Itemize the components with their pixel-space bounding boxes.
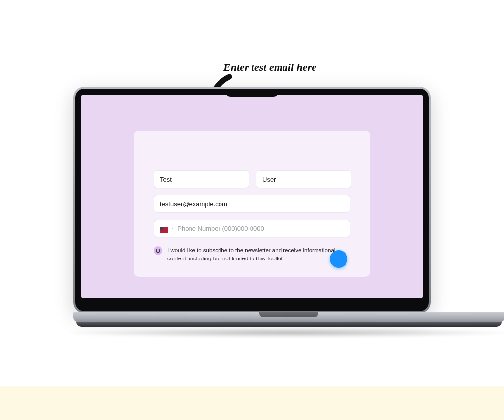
phone-number-field[interactable] — [177, 225, 344, 232]
svg-rect-4 — [160, 231, 168, 231]
first-name-field[interactable] — [154, 170, 249, 188]
signup-form-card: · I would like to subscribe to the newsl… — [134, 131, 370, 276]
svg-rect-6 — [160, 227, 163, 230]
laptop-mockup: · I would like to subscribe to the newsl… — [73, 87, 431, 330]
email-field[interactable] — [154, 195, 350, 213]
newsletter-consent-checkbox[interactable] — [154, 246, 162, 255]
phone-field-wrap[interactable]: · — [154, 220, 350, 237]
svg-rect-5 — [160, 232, 168, 232]
submit-button[interactable] — [330, 250, 347, 268]
laptop-base — [73, 312, 504, 330]
us-flag-icon — [160, 226, 168, 231]
laptop-screen: · I would like to subscribe to the newsl… — [81, 95, 423, 298]
checkbox-box-icon — [156, 249, 160, 253]
phone-separator: · — [172, 225, 173, 232]
last-name-field[interactable] — [256, 170, 351, 188]
screen-bezel: · I would like to subscribe to the newsl… — [75, 89, 429, 311]
laptop-lid: · I would like to subscribe to the newsl… — [73, 87, 431, 313]
annotation-callout-text: Enter test email here — [223, 61, 316, 74]
page-bottom-band — [0, 386, 504, 420]
camera-notch — [225, 89, 279, 97]
newsletter-consent-text: I would like to subscribe to the newslet… — [167, 246, 350, 262]
